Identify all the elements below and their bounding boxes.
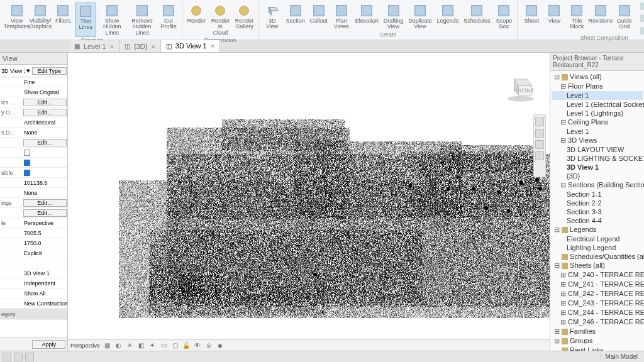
property-row[interactable]: Explicit xyxy=(0,248,67,258)
tree-toggle-icon[interactable]: ⊞ xyxy=(554,337,560,345)
tree-toggle-icon[interactable]: ⊞ xyxy=(554,327,560,336)
property-row[interactable]: ics …Edit… xyxy=(0,97,67,107)
visibility_graphics-button[interactable]: Visibility/ Graphics xyxy=(30,3,51,37)
tree-toggle-icon[interactable]: ⊟ xyxy=(560,82,566,90)
property-row[interactable]: Independent xyxy=(0,278,67,288)
property-row[interactable]: Edit… xyxy=(0,138,67,148)
property-edit-button[interactable]: Edit… xyxy=(23,99,67,106)
tree-toggle-icon[interactable]: ⊞ xyxy=(560,318,566,326)
tree-item[interactable]: Electrical Legend xyxy=(552,234,643,243)
tree-item[interactable]: Section 1-1 xyxy=(552,190,643,199)
close-icon[interactable]: × xyxy=(211,42,214,50)
render-button[interactable]: Render xyxy=(186,3,207,37)
sb-main-model[interactable]: Main Model xyxy=(601,353,641,360)
property-row[interactable]: 3D View 1 xyxy=(0,268,67,278)
tree-item[interactable]: Level 1 (Electrical Sockets) xyxy=(552,100,643,109)
schedules-button[interactable]: Schedules xyxy=(462,3,492,31)
tree-item[interactable]: Lighting Legend xyxy=(552,243,643,252)
edit-type-button[interactable]: Edit Type xyxy=(32,67,67,75)
tree-item[interactable]: ⊞ CM_240 - TERRACE RESTAURANT - xyxy=(552,270,643,280)
property-row[interactable]: Edit… xyxy=(0,208,67,218)
tree-item[interactable]: 3D LAYOUT VIEW xyxy=(552,145,643,154)
property-row[interactable]: None xyxy=(0,188,67,198)
close-icon[interactable]: × xyxy=(151,43,155,50)
tree-item[interactable]: Revit Links xyxy=(552,346,643,351)
property-row[interactable]: ingsEdit… xyxy=(0,198,67,208)
elevation-button[interactable]: Elevation xyxy=(353,3,380,31)
remove_hidden-button[interactable]: Remove Hidden Lines xyxy=(128,3,157,37)
visual-style-icon[interactable]: ◐ xyxy=(114,341,123,350)
property-edit-button[interactable]: Edit… xyxy=(23,139,67,146)
checkbox-icon[interactable] xyxy=(24,150,30,156)
tree-toggle-icon[interactable]: ⊞ xyxy=(560,290,566,298)
thin_lines-button[interactable]: Thin Lines xyxy=(75,3,96,37)
property-row[interactable]: New Construction xyxy=(0,299,67,309)
tree-toggle-icon[interactable]: ⊟ xyxy=(554,261,560,270)
tree-item[interactable]: ⊟ Floor Plans xyxy=(552,82,643,91)
tree-toggle-icon[interactable]: ⊟ xyxy=(560,118,566,126)
property-row[interactable]: Show Original xyxy=(0,87,67,97)
tree-item[interactable]: Level 1 xyxy=(552,127,643,136)
shadows-icon[interactable]: ◧ xyxy=(136,341,145,350)
checkbox-icon[interactable] xyxy=(24,160,30,166)
property-row[interactable]: Show All xyxy=(0,288,67,299)
property-row[interactable]: s D…None xyxy=(0,128,67,138)
property-row[interactable]: Architectural xyxy=(0,118,67,128)
render_cloud-button[interactable]: Render in Cloud xyxy=(209,3,233,37)
crop-view-icon[interactable]: ▭ xyxy=(159,341,168,350)
tree-item[interactable]: ⊟ 3D Views xyxy=(552,136,643,145)
sheet-button[interactable]: Sheet xyxy=(521,3,542,35)
doc-tab[interactable]: ▦Level 1× xyxy=(69,40,119,52)
nav-zoom-icon[interactable] xyxy=(535,140,544,149)
tree-item[interactable]: Section 3-3 xyxy=(552,207,643,216)
temp-hide-icon[interactable]: 👁 xyxy=(193,341,202,350)
rendering-icon[interactable]: ✦ xyxy=(148,341,157,350)
tree-item[interactable]: ⊞ CM_241 - TERRACE RESTAURANT - xyxy=(552,280,643,289)
property-row[interactable] xyxy=(0,148,67,158)
sb-editreq-icon[interactable] xyxy=(14,353,23,361)
property-row[interactable]: 101138.6 xyxy=(0,178,67,188)
title_block-button[interactable]: Title Block xyxy=(566,3,587,35)
property-edit-button[interactable]: Edit… xyxy=(23,199,67,207)
tree-toggle-icon[interactable]: ⊟ xyxy=(554,73,560,81)
tree-toggle-icon[interactable]: ⊟ xyxy=(560,136,566,145)
worksharing-icon[interactable]: ◆ xyxy=(216,341,225,350)
tree-item[interactable]: ⊞ CM_244 - TERRACE RESTAURANT - xyxy=(552,308,643,317)
scope_box-button[interactable]: Scope Box xyxy=(493,3,514,31)
checkbox-icon[interactable] xyxy=(24,170,30,176)
tree-item[interactable]: ⊞ CM_246 - TERRACE RESTAURANT - xyxy=(552,317,643,327)
viewcube[interactable]: FRONT xyxy=(504,70,537,103)
property-row[interactable]: lePerspective xyxy=(0,218,67,228)
view-button[interactable]: View xyxy=(543,3,565,35)
property-row[interactable]: Fine xyxy=(0,77,67,87)
tree-item[interactable]: ⊞ Families xyxy=(552,327,643,336)
tree-item[interactable]: ⊞ CM_242 - TERRACE RESTAURANT - xyxy=(552,289,643,299)
tree-item[interactable]: ⊟ Ceiling Plans xyxy=(552,118,643,127)
property-row[interactable]: y O…Edit… xyxy=(0,107,67,118)
navigation-bar[interactable] xyxy=(533,114,546,177)
tree-toggle-icon[interactable]: ⊟ xyxy=(554,226,560,234)
tree-item[interactable]: ⊟ Sheets (all) xyxy=(552,261,643,270)
tree-item[interactable]: ⊞ Groups xyxy=(552,336,643,346)
nav-orbit-icon[interactable] xyxy=(535,151,544,160)
tree-item[interactable]: {3D} xyxy=(552,172,643,180)
view_ref-button[interactable]: View Reference xyxy=(639,11,644,26)
drafting_view-button[interactable]: Drafting View xyxy=(382,3,406,31)
revisions-button[interactable]: Revisions xyxy=(589,3,612,35)
duplicate_view-button[interactable]: Duplicate View xyxy=(406,3,434,31)
callout-button[interactable]: Callout xyxy=(308,3,330,31)
tree-item[interactable]: Level 1 (Lightings) xyxy=(552,109,643,118)
tree-toggle-icon[interactable]: ⊟ xyxy=(560,181,566,189)
tree-item[interactable]: 3D LIGHTING & SOCKET LAYOU xyxy=(552,154,643,163)
sun-path-icon[interactable]: ☀ xyxy=(125,341,134,350)
tree-toggle-icon[interactable]: ⊞ xyxy=(560,280,566,288)
3d_view-button[interactable]: 3D View xyxy=(262,3,283,31)
property-edit-button[interactable]: Edit… xyxy=(23,109,67,116)
guide_grid-button[interactable]: Guide Grid xyxy=(614,3,635,35)
nav-pan-icon[interactable] xyxy=(535,129,544,138)
reveal-hidden-icon[interactable]: ◎ xyxy=(204,341,213,350)
matchline-button[interactable]: Matchline xyxy=(639,3,644,10)
tree-item[interactable]: 3D View 1 xyxy=(552,163,643,172)
show_hidden-button[interactable]: Show Hidden Lines xyxy=(97,3,126,37)
property-edit-button[interactable]: Edit… xyxy=(23,209,67,217)
